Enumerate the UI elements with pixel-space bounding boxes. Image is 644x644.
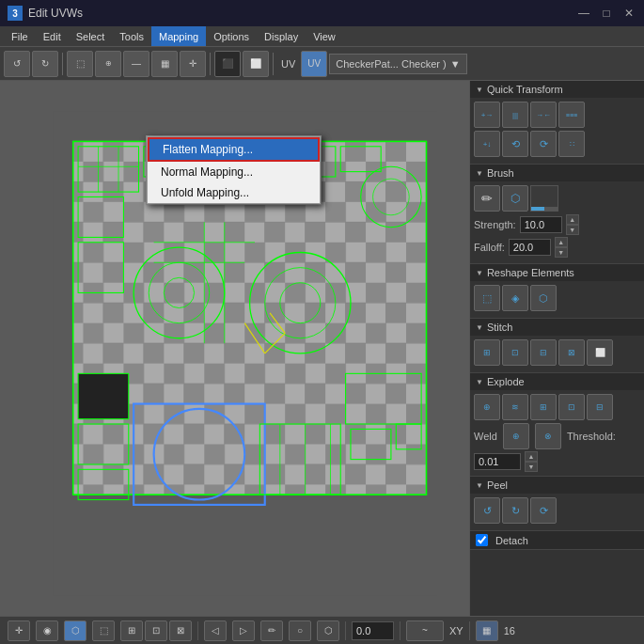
explode-btn-2[interactable]: ≋ <box>502 394 528 420</box>
status-pan-btn[interactable]: ✛ <box>8 620 30 641</box>
qt-btn-3[interactable]: →← <box>530 102 557 128</box>
stitch-btn-2[interactable]: ⊡ <box>502 339 528 366</box>
menu-file[interactable]: File <box>4 26 36 46</box>
falloff-input[interactable] <box>509 239 551 256</box>
minimize-button[interactable]: — <box>576 6 591 21</box>
menu-display[interactable]: Display <box>257 26 306 46</box>
status-arrow-right[interactable]: ▷ <box>232 620 255 641</box>
status-lasso-btn[interactable]: ○ <box>289 620 311 641</box>
qt-btn-4[interactable]: ≡≡≡ <box>558 102 585 128</box>
explode-label: Explode <box>487 376 525 387</box>
falloff-up[interactable]: ▲ <box>555 237 568 247</box>
brush-strength-slider[interactable] <box>530 185 558 212</box>
toolbar-select-face[interactable]: ▦ <box>151 51 178 77</box>
status-value-input[interactable] <box>352 621 394 640</box>
menu-options[interactable]: Options <box>206 26 257 46</box>
maximize-button[interactable]: □ <box>599 6 614 21</box>
stitch-label: Stitch <box>487 322 513 333</box>
status-sep-1 <box>197 621 198 640</box>
explode-header[interactable]: ▼ Explode <box>470 373 644 390</box>
stitch-btn-5[interactable]: ⬜ <box>587 339 613 366</box>
stitch-btn-3[interactable]: ⊟ <box>530 339 557 366</box>
uv-viewport[interactable]: Flatten Mapping... Normal Mapping... Unf… <box>0 81 470 616</box>
explode-btn-4[interactable]: ⊡ <box>558 394 585 420</box>
status-btn-a[interactable]: ⊞ <box>120 620 143 641</box>
status-grid-btn[interactable]: ▦ <box>476 620 498 641</box>
status-xy-label: XY <box>449 625 463 636</box>
status-btn-c[interactable]: ⊠ <box>169 620 192 641</box>
status-btn-b[interactable]: ⊡ <box>145 620 167 641</box>
peel-section: ▼ Peel ↺ ↻ ⟳ <box>470 477 644 531</box>
status-box-btn[interactable]: ⬚ <box>92 620 115 641</box>
qt-btn-8[interactable]: ∷ <box>558 131 585 157</box>
explode-btn-5[interactable]: ⊟ <box>587 394 613 420</box>
stitch-btn-1[interactable]: ⊞ <box>474 339 500 366</box>
menu-select[interactable]: Select <box>69 26 113 46</box>
weld-btn-2[interactable]: ⊗ <box>535 423 561 449</box>
flatten-mapping-item[interactable]: Flatten Mapping... <box>148 137 320 162</box>
normal-mapping-item[interactable]: Normal Mapping... <box>148 162 320 182</box>
status-paint-btn[interactable]: ⬡ <box>317 620 339 641</box>
brush-header[interactable]: ▼ Brush <box>470 165 644 181</box>
status-pencil-btn[interactable]: ✏ <box>260 620 283 641</box>
menu-mapping[interactable]: Mapping <box>151 26 206 46</box>
peel-header[interactable]: ▼ Peel <box>470 477 644 494</box>
status-sep-4 <box>469 621 470 640</box>
quick-transform-row2: +↓ ⟲ ⟳ ∷ <box>474 131 640 157</box>
checker-label: CheckerPat... Checker ) <box>336 58 446 70</box>
qt-btn-5[interactable]: +↓ <box>474 131 500 157</box>
status-scale-btn[interactable]: ⬡ <box>64 620 86 641</box>
explode-btn-3[interactable]: ⊞ <box>530 394 557 420</box>
quick-transform-header[interactable]: ▼ Quick Transform <box>470 81 644 98</box>
toolbar-undo[interactable]: ↺ <box>4 51 30 77</box>
toolbar-select-rect[interactable]: ⬚ <box>67 51 93 77</box>
reshape-header[interactable]: ▼ Reshape Elements <box>470 264 644 281</box>
stitch-btn-4[interactable]: ⊠ <box>558 339 585 366</box>
status-expand-btn[interactable]: ~ <box>406 620 444 641</box>
toolbar-checker-a[interactable]: ⬛ <box>214 51 241 77</box>
falloff-down[interactable]: ▼ <box>555 247 568 258</box>
toolbar-redo[interactable]: ↻ <box>32 51 58 77</box>
qt-btn-1[interactable]: +→ <box>474 102 500 128</box>
qt-btn-7[interactable]: ⟳ <box>530 131 557 157</box>
menu-view[interactable]: View <box>306 26 343 46</box>
qt-btn-6[interactable]: ⟲ <box>502 131 528 157</box>
detach-checkbox[interactable] <box>476 534 488 546</box>
chevron-down-icon: ▼ <box>450 58 461 70</box>
close-button[interactable]: ✕ <box>621 6 636 21</box>
menu-edit[interactable]: Edit <box>36 26 69 46</box>
peel-btn-3[interactable]: ⟳ <box>530 497 557 524</box>
toolbar-move[interactable]: ✛ <box>180 51 206 77</box>
threshold-row: ▲ ▼ <box>474 451 640 472</box>
falloff-label: Falloff: <box>474 242 505 253</box>
brush-cube-btn[interactable]: ⬡ <box>502 185 528 212</box>
strength-down[interactable]: ▼ <box>566 225 579 235</box>
toolbar-uv-icon[interactable]: UV <box>301 51 327 77</box>
reshape-btn-3[interactable]: ⬡ <box>530 285 557 311</box>
status-rotate-btn[interactable]: ◉ <box>36 620 58 641</box>
reshape-btn-2[interactable]: ◈ <box>502 285 528 311</box>
unfold-mapping-item[interactable]: Unfold Mapping... <box>148 182 320 203</box>
peel-btn-1[interactable]: ↺ <box>474 497 500 524</box>
toolbar-select-edge[interactable]: — <box>123 51 149 77</box>
toolbar-select-point[interactable]: ⊕ <box>95 51 121 77</box>
brush-tools-row: ✏ ⬡ <box>474 185 640 212</box>
weld-btn-1[interactable]: ⊕ <box>503 423 529 449</box>
menu-tools[interactable]: Tools <box>112 26 151 46</box>
threshold-up[interactable]: ▲ <box>525 451 538 462</box>
toolbar-checker-b[interactable]: ⬜ <box>243 51 269 77</box>
brush-pencil-btn[interactable]: ✏ <box>474 185 500 212</box>
qt-btn-2[interactable]: ||| <box>502 102 528 128</box>
reshape-btn-1[interactable]: ⬚ <box>474 285 500 311</box>
explode-btn-1[interactable]: ⊕ <box>474 394 500 420</box>
mapping-dropdown: Flatten Mapping... Normal Mapping... Unf… <box>146 135 322 205</box>
status-arrow-left[interactable]: ◁ <box>204 620 227 641</box>
threshold-input[interactable] <box>474 453 521 470</box>
peel-btn-2[interactable]: ↻ <box>502 497 528 524</box>
strength-up[interactable]: ▲ <box>566 214 579 225</box>
reshape-btn-row: ⬚ ◈ ⬡ <box>474 285 640 311</box>
threshold-down[interactable]: ▼ <box>525 462 538 472</box>
strength-input[interactable] <box>520 216 562 233</box>
checker-dropdown[interactable]: CheckerPat... Checker ) ▼ <box>329 54 466 74</box>
stitch-header[interactable]: ▼ Stitch <box>470 319 644 336</box>
